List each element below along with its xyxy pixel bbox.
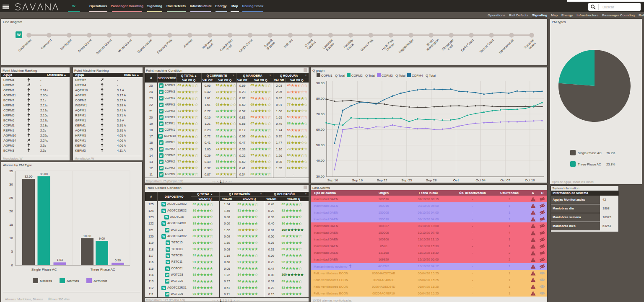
svg-text:15: 15 <box>9 223 13 227</box>
svg-text:Oct 04: Oct 04 <box>476 178 486 182</box>
svg-text:Arnos Grove: Arnos Grove <box>77 38 93 53</box>
svg-text:70.00: 70.00 <box>316 112 325 116</box>
svg-text:Sep 19: Sep 19 <box>352 178 363 182</box>
svg-text:10.00: 10.00 <box>83 234 91 238</box>
svg-text:60.00: 60.00 <box>316 128 325 132</box>
svg-text:80.00: 80.00 <box>316 97 325 101</box>
svg-text:Three-Phase AC: Three-Phase AC <box>90 268 115 271</box>
svg-text:Bounds Green: Bounds Green <box>95 38 112 55</box>
svg-text:Earl's Court: Earl's Court <box>460 38 475 52</box>
svg-text:Sep 22: Sep 22 <box>377 178 387 182</box>
svg-text:Oct 07: Oct 07 <box>500 178 510 182</box>
svg-text:40.00: 40.00 <box>316 159 325 163</box>
svg-text:Wood Green: Wood Green <box>117 38 133 53</box>
svg-text:0.90: 0.90 <box>115 258 121 262</box>
svg-text:1.03: 1.03 <box>57 258 63 262</box>
svg-text:33.00: 33.00 <box>40 172 48 176</box>
svg-text:Sep 25: Sep 25 <box>401 178 412 182</box>
svg-text:Finsbury Park: Finsbury Park <box>156 38 173 54</box>
svg-text:Southgate: Southgate <box>60 38 73 51</box>
svg-text:King's Cross: King's Cross <box>238 38 254 53</box>
svg-text:Hammersmith: Hammersmith <box>498 38 515 54</box>
svg-text:Manor House: Manor House <box>137 38 153 54</box>
svg-text:Oct: Oct <box>453 178 459 182</box>
svg-text:35: 35 <box>9 169 13 173</box>
svg-text:9.00: 9.00 <box>99 237 105 240</box>
svg-text:5: 5 <box>11 250 13 253</box>
svg-text:30.00: 30.00 <box>316 175 325 178</box>
svg-text:90.00: 90.00 <box>316 81 325 85</box>
svg-text:Varons Court: Varons Court <box>479 38 495 54</box>
svg-text:30: 30 <box>9 183 13 186</box>
svg-text:20: 20 <box>9 209 13 213</box>
svg-text:Oct 10: Oct 10 <box>525 178 535 182</box>
svg-text:Arsenal: Arsenal <box>183 38 193 48</box>
svg-text:0: 0 <box>11 263 13 267</box>
svg-text:Holborn: Holborn <box>283 38 293 49</box>
svg-text:Sep 16: Sep 16 <box>327 178 338 182</box>
svg-text:Cockfosters: Cockfosters <box>18 38 32 52</box>
svg-text:Sep 28: Sep 28 <box>426 178 437 182</box>
svg-text:50.00: 50.00 <box>316 143 325 147</box>
svg-text:32.00: 32.00 <box>25 175 33 178</box>
svg-text:Single-Phase AC: Single-Phase AC <box>31 268 57 271</box>
svg-text:Oakwood: Oakwood <box>40 38 52 50</box>
svg-text:25: 25 <box>9 196 13 200</box>
svg-text:knightsbridge: knightsbridge <box>398 38 414 54</box>
svg-text:Green Park: Green Park <box>360 38 374 52</box>
svg-text:10: 10 <box>9 236 13 240</box>
